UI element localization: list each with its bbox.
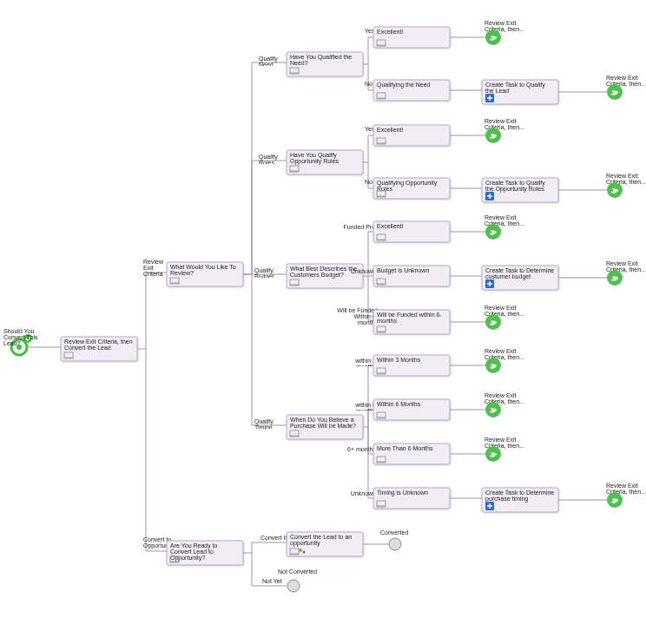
node-budget-unknown[interactable]: Budget is Unknown [373,266,450,286]
flow-diagram: Should You Convert This Lead? Review Exi… [0,0,646,644]
goto-icon[interactable] [485,358,501,373]
goto-icon[interactable] [607,270,623,286]
node-within-6m[interactable]: Within 6 Months [373,399,450,420]
goto-icon[interactable] [485,224,501,240]
node-qualifying-need[interactable]: Qualifying the Need [373,80,450,101]
node-convert-lead[interactable]: Convert the Lead to an opportunity [287,532,363,556]
edge-not-yet: Not Yet [262,578,288,584]
svg-point-59 [299,549,302,552]
node-ready-convert[interactable]: Are You Ready to Convert Lead to Opportu… [167,541,243,565]
plus-icon [485,502,494,510]
node-excellent-budget[interactable]: Excellent! [373,221,450,242]
edge-3m: within 3 months [337,358,376,366]
node-task-qualify-lead[interactable]: Create Task to Qualify the Lead [482,80,558,104]
plus-icon [485,94,494,102]
goto-icon[interactable] [607,182,623,198]
node-budget-funded-6m[interactable]: Will be Funded within 6-months [373,310,450,334]
goto-icon[interactable] [607,84,623,100]
node-within-3m[interactable]: Within 3 Months [373,355,450,376]
edge-unknown-budget: Unknown [346,268,376,274]
goto-icon[interactable] [485,314,501,330]
edge-6m: within 6 months [337,402,376,411]
edge-funded-6m: Will be Funded Within 6-months [334,307,378,325]
end-not-converted [287,580,300,592]
plus-icon [485,192,494,200]
label-converted: Converted [380,529,415,536]
node-qualified-need[interactable]: Have You Qualified the Need? [287,52,363,76]
goto-icon[interactable] [485,128,501,143]
node-task-qualify-roles[interactable]: Create Task to Qualify the Opportunity R… [482,178,558,202]
node-task-timing[interactable]: Create Task to Determine purchase timing [482,488,558,512]
edge-6plus: 6+ months [346,446,376,452]
node-excellent-roles[interactable]: Excellent! [373,125,450,146]
goto-icon[interactable] [485,446,501,462]
edge-convert-it: Convert It [260,535,288,541]
node-qualify-timing[interactable]: When Do You Believe a Purchase Will be M… [287,415,363,439]
svg-point-60 [303,551,306,554]
plus-icon [485,279,494,288]
goto-icon[interactable] [607,492,623,508]
edge-unknown-timing: Unknown [346,490,376,496]
node-more-6m[interactable]: More Than 6 Months [373,444,450,464]
node-what-review[interactable]: What Would You Like To Review? [167,262,243,286]
node-qualifying-roles[interactable]: Qualifying Opportunity Roles [373,178,450,199]
node-qualify-roles[interactable]: Have You Qualify Opportunity Roles [287,150,363,174]
node-task-budget[interactable]: Create Task to Determine customer budget [482,266,558,290]
node-excellent-need[interactable]: Excellent! [373,27,450,48]
goto-icon[interactable] [485,402,501,417]
end-converted [389,538,401,550]
node-timing-unknown[interactable]: Timing is Unknown [373,488,450,509]
edge-qualify-budget: Qualify Budget [254,267,289,278]
edge-qualify-timing: Qualify Timing [254,418,289,429]
start-label: Should You Convert This Lead? [3,328,38,345]
label-not-converted: Not Converted [278,568,321,575]
node-review-exit-criteria[interactable]: Review Exit Criteria, then Convert the L… [61,337,137,361]
goto-icon[interactable] [485,30,501,45]
